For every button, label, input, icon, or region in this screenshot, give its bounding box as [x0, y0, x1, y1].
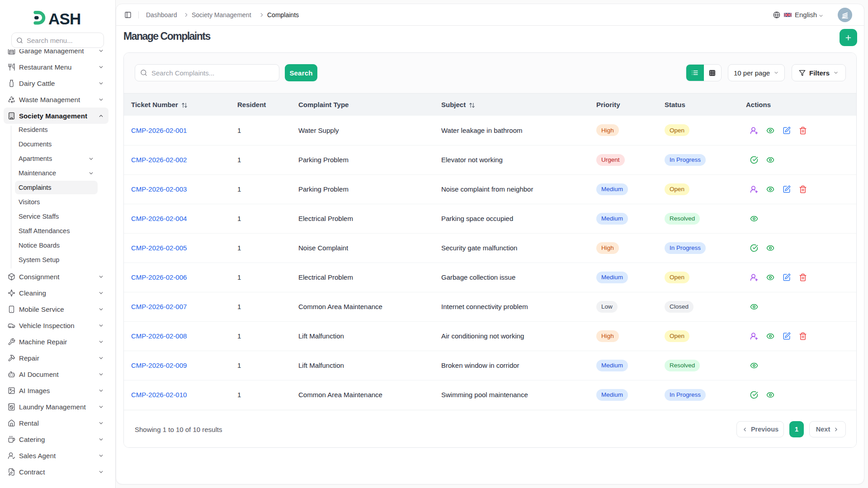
svg-text:ASH: ASH — [48, 10, 81, 28]
